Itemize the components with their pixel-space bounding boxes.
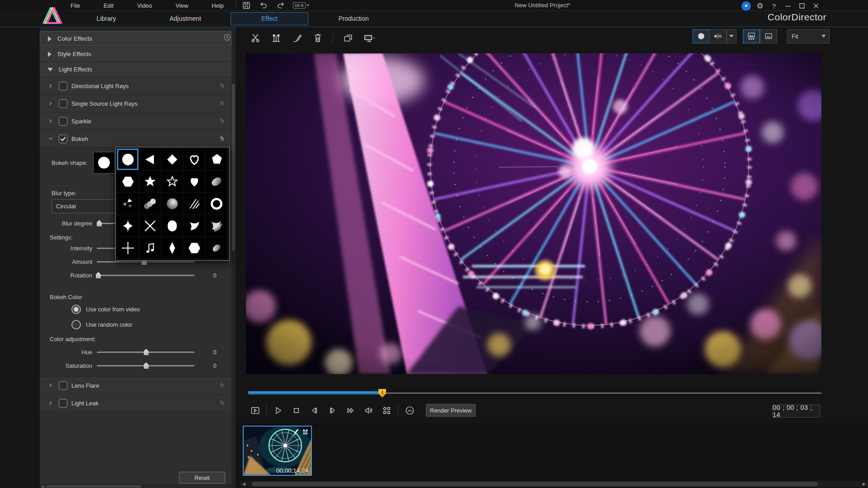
blob-shape-option[interactable]: [161, 215, 183, 236]
diamond-shape-option[interactable]: [161, 149, 183, 170]
chevron-right-icon[interactable]: [48, 83, 53, 89]
star-shape-option[interactable]: [139, 171, 160, 192]
reset-effect-icon[interactable]: [217, 382, 225, 389]
menu-view[interactable]: View: [173, 2, 191, 9]
scroll-left-arrow-icon[interactable]: ◀: [242, 482, 245, 486]
chevron-right-icon[interactable]: [48, 400, 53, 406]
reset-effect-icon[interactable]: [217, 399, 225, 407]
menu-file[interactable]: File: [68, 2, 83, 9]
section-color-effects[interactable]: Color Effects: [40, 31, 231, 47]
panel-horizontal-scrollbar[interactable]: ◀: [40, 484, 231, 488]
chevron-down-icon[interactable]: [48, 136, 53, 141]
tab-library[interactable]: Library: [72, 13, 140, 25]
seek-bar[interactable]: [248, 389, 821, 397]
slider-handle[interactable]: [144, 349, 149, 355]
saturation-slider[interactable]: [97, 365, 194, 366]
tab-production[interactable]: Production: [308, 13, 399, 25]
play-button[interactable]: [269, 403, 287, 418]
heart-outline-shape-option[interactable]: [184, 149, 205, 170]
slider-handle[interactable]: [97, 220, 102, 226]
gear-icon[interactable]: ⚙: [755, 1, 765, 11]
reset-effect-icon[interactable]: [217, 82, 225, 90]
before-after-view-button[interactable]: [709, 29, 726, 43]
render-preview-button[interactable]: Render Preview: [426, 404, 476, 417]
preview-player-button[interactable]: [246, 403, 264, 418]
close-icon[interactable]: [811, 1, 821, 11]
delete-icon[interactable]: [312, 32, 324, 44]
effect-row-lens-flare[interactable]: Lens Flare: [40, 377, 231, 394]
sail-shape-option[interactable]: [184, 215, 205, 236]
tab-effect[interactable]: Effect: [231, 12, 308, 25]
hexagon-shape-option[interactable]: [117, 171, 138, 192]
chevron-right-icon[interactable]: [48, 118, 53, 124]
minimize-icon[interactable]: [783, 1, 793, 11]
timeline-horizontal-scrollbar[interactable]: ◀ ▶: [240, 481, 868, 487]
narrow-diamond-shape-option[interactable]: [161, 237, 183, 258]
menu-help[interactable]: Help: [209, 2, 226, 9]
scrollbar-thumb[interactable]: [252, 482, 818, 486]
menu-video[interactable]: Video: [134, 2, 155, 9]
bokeh-shape-swatch[interactable]: [93, 152, 115, 174]
effect-row-bokeh[interactable]: Bokeh: [40, 130, 231, 148]
effect-checkbox[interactable]: [59, 82, 67, 90]
next-frame-button[interactable]: [323, 403, 341, 418]
effect-row-directional-light-rays[interactable]: Directional Light Rays: [40, 77, 231, 95]
amount-slider[interactable]: [97, 261, 194, 263]
view-mode-caret-button[interactable]: [726, 29, 736, 43]
gradient-oval-shape-option[interactable]: [206, 237, 227, 258]
effect-row-sparkle[interactable]: Sparkle: [40, 113, 231, 130]
hue-slider[interactable]: [97, 352, 194, 353]
effect-checkbox[interactable]: [59, 135, 67, 143]
menu-edit[interactable]: Edit: [101, 2, 116, 9]
ring-shape-option[interactable]: [206, 193, 227, 214]
clip-thumbnail[interactable]: 00;00;14;24: [243, 426, 312, 476]
keyframe-icon[interactable]: [270, 32, 282, 44]
light-streaks-shape-option[interactable]: [184, 193, 205, 214]
effect-row-single-source-light-rays[interactable]: Single Source Light Rays: [40, 95, 231, 113]
playhead[interactable]: [378, 389, 386, 398]
reset-effect-icon[interactable]: [217, 100, 225, 108]
stop-button[interactable]: [287, 403, 305, 418]
rounded-hexagon-shape-option[interactable]: [184, 237, 205, 258]
scrollbar-thumb[interactable]: [232, 84, 235, 251]
notification-bell-icon[interactable]: [741, 1, 751, 11]
chevron-right-icon[interactable]: [48, 383, 53, 388]
cross-x-shape-option[interactable]: [139, 215, 160, 236]
view-grid-button[interactable]: [377, 403, 396, 418]
timecode-display[interactable]: 00 ; 00 ; 03 ; 14: [772, 404, 820, 418]
panel-vertical-scrollbar[interactable]: [231, 27, 236, 488]
gradient-ellipse-shape-option[interactable]: [206, 171, 227, 192]
single-view-button[interactable]: [693, 29, 709, 43]
undo-icon[interactable]: [259, 0, 269, 10]
random-color-option[interactable]: Use random color: [71, 317, 231, 332]
maximize-icon[interactable]: [797, 1, 807, 11]
deg360-button[interactable]: 360: [401, 403, 419, 418]
scattered-triangles-shape-option[interactable]: [117, 193, 138, 214]
split-clip-icon[interactable]: [250, 32, 261, 44]
scroll-left-arrow-icon[interactable]: ◀: [41, 485, 43, 488]
circle-shape-option[interactable]: [117, 149, 138, 170]
plus-thin-shape-option[interactable]: [117, 237, 138, 258]
pentagon-shape-option[interactable]: [206, 149, 227, 170]
mask-pen-icon[interactable]: [291, 32, 303, 44]
slider-handle[interactable]: [144, 362, 149, 369]
fast-forward-button[interactable]: [341, 403, 359, 418]
music-note-shape-option[interactable]: [139, 237, 160, 258]
radio-selected-icon[interactable]: [71, 305, 81, 314]
effect-checkbox[interactable]: [59, 99, 67, 108]
section-light-effects[interactable]: Light Effects: [40, 62, 231, 77]
color-from-video-option[interactable]: Use color from video: [71, 301, 231, 317]
gallery-view-button[interactable]: [760, 29, 777, 43]
reset-button[interactable]: Reset: [179, 472, 225, 483]
aspect-ratio-badge[interactable]: 16:9: [293, 2, 309, 9]
zoom-fit-dropdown[interactable]: Fit: [787, 29, 830, 43]
save-icon[interactable]: [241, 0, 251, 10]
gallery-film-view-button[interactable]: [743, 29, 760, 43]
effect-checkbox[interactable]: [59, 117, 67, 126]
radio-icon[interactable]: [71, 320, 81, 329]
section-style-effects[interactable]: Style Effects: [40, 47, 231, 62]
scroll-right-arrow-icon[interactable]: ▶: [863, 482, 866, 486]
previous-frame-button[interactable]: [305, 403, 323, 418]
effect-checkbox[interactable]: [59, 381, 67, 390]
star-outline-shape-option[interactable]: [161, 171, 183, 192]
